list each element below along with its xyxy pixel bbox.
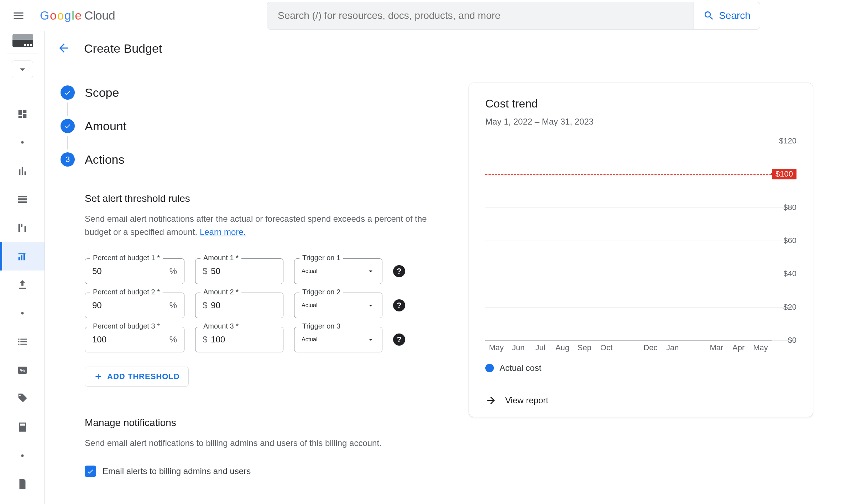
stepper: Scope Amount 3 Actions bbox=[61, 83, 447, 169]
sidebar-item-pricing[interactable] bbox=[0, 384, 45, 413]
sidebar-billing-account-icon[interactable] bbox=[7, 34, 38, 53]
sidebar: % bbox=[0, 31, 45, 504]
sidebar-item-reports[interactable] bbox=[0, 157, 45, 185]
threshold-rows: Percent of budget 1 * % Amount 1 * $ Tri… bbox=[85, 258, 447, 352]
sidebar-item-dot3[interactable] bbox=[0, 441, 45, 470]
caret-down-icon bbox=[366, 335, 375, 344]
sidebar-item-percent[interactable]: % bbox=[0, 356, 45, 384]
sidebar-item-breakdown[interactable] bbox=[0, 214, 45, 242]
table-icon bbox=[16, 193, 28, 205]
dot-icon bbox=[16, 136, 28, 148]
step-connector bbox=[67, 103, 68, 116]
email-alerts-checkbox-row[interactable]: Email alerts to billing admins and users bbox=[85, 466, 447, 477]
amount-field-3[interactable]: Amount 3 * $ bbox=[195, 327, 283, 352]
caret-down-icon bbox=[366, 267, 375, 275]
learn-more-link[interactable]: Learn more. bbox=[200, 227, 246, 237]
waterfall-icon bbox=[16, 222, 28, 234]
sidebar-item-overview[interactable] bbox=[0, 100, 45, 128]
legend-dot-icon bbox=[485, 364, 494, 372]
bar-chart-icon bbox=[16, 165, 28, 177]
search-button[interactable]: Search bbox=[694, 2, 760, 29]
percent-input-2[interactable] bbox=[92, 300, 169, 310]
sidebar-item-dot1[interactable] bbox=[0, 128, 45, 157]
dot-icon bbox=[16, 307, 28, 319]
alert-desc: Send email alert notifications after the… bbox=[85, 212, 441, 238]
svg-text:%: % bbox=[20, 368, 25, 373]
svg-point-4 bbox=[21, 454, 23, 457]
page-header: Create Budget bbox=[0, 31, 841, 66]
add-threshold-button[interactable]: ADD THRESHOLD bbox=[85, 367, 189, 387]
view-report-link[interactable]: View report bbox=[469, 384, 813, 417]
svg-point-1 bbox=[21, 312, 23, 314]
trigger-select-2[interactable]: Trigger on 2 Actual bbox=[294, 293, 382, 318]
form-column: Scope Amount 3 Actions Set alert thresho… bbox=[61, 83, 447, 504]
check-icon bbox=[64, 122, 72, 130]
sidebar-item-calc[interactable] bbox=[0, 413, 45, 441]
amount-input-2[interactable] bbox=[211, 300, 276, 310]
cost-trend-title: Cost trend bbox=[485, 97, 796, 110]
percent-input-1[interactable] bbox=[92, 266, 169, 276]
export-icon bbox=[16, 279, 28, 291]
google-cloud-logo[interactable]: Google Cloud bbox=[40, 9, 115, 22]
sidebar-item-dot2[interactable] bbox=[0, 299, 45, 327]
sidebar-item-list[interactable] bbox=[0, 327, 45, 356]
percent-field-2[interactable]: Percent of budget 2 * % bbox=[85, 293, 184, 318]
amount-input-3[interactable] bbox=[211, 335, 276, 345]
notify-desc: Send email alert notifications to billin… bbox=[85, 436, 441, 450]
checkbox-label: Email alerts to billing admins and users bbox=[103, 466, 251, 476]
threshold-row: Percent of budget 1 * % Amount 1 * $ Tri… bbox=[85, 258, 447, 284]
trigger-select-3[interactable]: Trigger on 3 Actual bbox=[294, 327, 382, 352]
sidebar-item-export[interactable] bbox=[0, 271, 45, 299]
amount-field-2[interactable]: Amount 2 * $ bbox=[195, 293, 283, 318]
dot-icon bbox=[16, 450, 28, 462]
step-amount[interactable]: Amount bbox=[61, 116, 447, 136]
sidebar-item-cost-table[interactable] bbox=[0, 185, 45, 214]
percent-icon: % bbox=[16, 364, 28, 376]
trigger-select-1[interactable]: Trigger on 1 Actual bbox=[294, 258, 382, 284]
cost-trend-card: Cost trend May 1, 2022 – May 31, 2023 $0… bbox=[469, 83, 813, 504]
budgets-icon bbox=[16, 250, 28, 262]
amount-field-1[interactable]: Amount 1 * $ bbox=[195, 258, 283, 284]
percent-input-3[interactable] bbox=[92, 335, 169, 345]
search-button-label: Search bbox=[719, 10, 751, 21]
caret-down-icon bbox=[16, 63, 28, 75]
cost-trend-chart: $0$20$40$60$80$120$100MayJunJulAugSepOct… bbox=[485, 141, 796, 340]
chart-legend: Actual cost bbox=[485, 363, 796, 373]
sidebar-item-budgets[interactable] bbox=[0, 242, 45, 271]
back-button[interactable] bbox=[57, 41, 70, 56]
percent-field-3[interactable]: Percent of budget 3 * % bbox=[85, 327, 184, 352]
svg-point-0 bbox=[21, 141, 23, 143]
sidebar-project-dropdown[interactable] bbox=[12, 61, 33, 78]
cost-trend-range: May 1, 2022 – May 31, 2023 bbox=[485, 117, 796, 127]
percent-field-1[interactable]: Percent of budget 1 * % bbox=[85, 258, 184, 284]
arrow-back-icon bbox=[57, 41, 70, 55]
list-icon bbox=[16, 336, 28, 348]
page-title: Create Budget bbox=[84, 42, 162, 56]
calculator-icon bbox=[16, 421, 28, 433]
search-input[interactable] bbox=[267, 2, 694, 29]
amount-input-1[interactable] bbox=[211, 266, 276, 276]
plus-icon bbox=[94, 372, 103, 381]
checkbox-checked-icon bbox=[85, 466, 96, 477]
threshold-row: Percent of budget 3 * % Amount 3 * $ Tri… bbox=[85, 327, 447, 352]
sidebar-item-docs[interactable] bbox=[0, 470, 45, 498]
help-icon[interactable]: ? bbox=[393, 334, 405, 346]
step-actions[interactable]: 3 Actions bbox=[61, 149, 447, 169]
menu-icon bbox=[12, 9, 25, 22]
check-icon bbox=[64, 89, 72, 96]
document-icon bbox=[16, 478, 28, 490]
credit-card-icon bbox=[12, 34, 33, 47]
alert-heading: Set alert threshold rules bbox=[85, 193, 447, 204]
notify-heading: Manage notifications bbox=[85, 417, 447, 429]
caret-down-icon bbox=[366, 301, 375, 310]
dashboard-icon bbox=[16, 108, 28, 120]
hamburger-menu-button[interactable] bbox=[10, 7, 27, 24]
tag-icon bbox=[16, 393, 28, 405]
step-connector bbox=[67, 136, 68, 149]
help-icon[interactable]: ? bbox=[393, 265, 405, 277]
threshold-row: Percent of budget 2 * % Amount 2 * $ Tri… bbox=[85, 293, 447, 318]
search-icon bbox=[703, 10, 715, 21]
global-search: Search bbox=[267, 2, 760, 30]
help-icon[interactable]: ? bbox=[393, 299, 405, 311]
step-scope[interactable]: Scope bbox=[61, 83, 447, 103]
